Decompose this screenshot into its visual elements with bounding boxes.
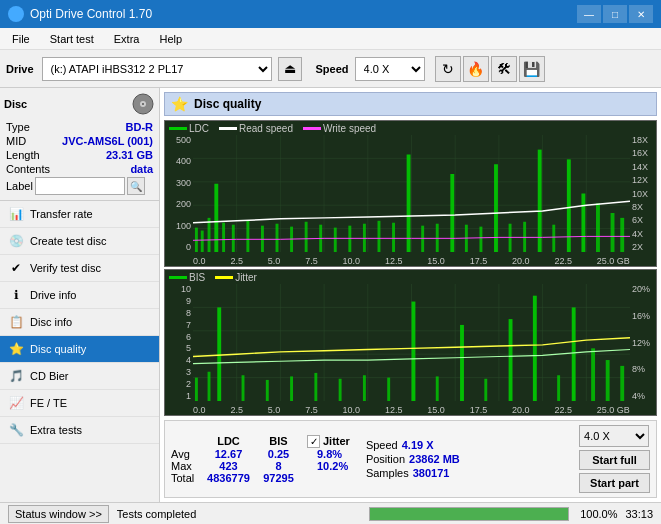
svg-rect-73	[436, 376, 439, 401]
close-button[interactable]: ✕	[629, 5, 653, 23]
svg-rect-48	[620, 218, 624, 252]
svg-rect-23	[261, 226, 264, 252]
svg-rect-65	[242, 375, 245, 401]
disc-info-label: Disc info	[30, 316, 72, 328]
panel-icon: ⭐	[171, 96, 188, 112]
stats-table: LDC BIS ✓ Jitter Avg 12.67 0.25 9.8%	[171, 435, 350, 484]
disc-quality-icon: ⭐	[8, 341, 24, 357]
chart1-y-right: 18X16X14X12X10X8X6X4X2X	[630, 135, 656, 252]
start-part-button[interactable]: Start part	[579, 473, 650, 493]
verify-test-disc-label: Verify test disc	[30, 262, 101, 274]
drive-select[interactable]: (k:) ATAPI iHBS312 2 PL17	[42, 57, 272, 81]
chart1-legend: LDC Read speed Write speed	[169, 123, 376, 134]
svg-rect-21	[232, 225, 235, 252]
sidebar-item-disc-info[interactable]: 📋 Disc info	[0, 309, 159, 336]
total-ldc: 4836779	[201, 472, 256, 484]
create-test-disc-label: Create test disc	[30, 235, 106, 247]
disc-quality-label: Disc quality	[30, 343, 86, 355]
total-bis: 97295	[256, 472, 301, 484]
menu-start-test[interactable]: Start test	[42, 31, 102, 47]
extra-tests-icon: 🔧	[8, 422, 24, 438]
sidebar-item-cd-bier[interactable]: 🎵 CD Bier	[0, 363, 159, 390]
svg-point-2	[142, 103, 144, 105]
speed-label-stat: Speed	[366, 439, 398, 451]
burn-button[interactable]: 🔥	[463, 56, 489, 82]
content-area: ⭐ Disc quality LDC Read speed Write spee…	[160, 88, 661, 502]
svg-rect-82	[620, 366, 624, 401]
status-window-button[interactable]: Status window >>	[8, 505, 109, 523]
avg-bis: 0.25	[256, 448, 301, 460]
settings-button[interactable]: 🛠	[491, 56, 517, 82]
nav-items: 📊 Transfer rate 💿 Create test disc ✔ Ver…	[0, 201, 159, 444]
drive-label: Drive	[6, 63, 34, 75]
label-input[interactable]	[35, 177, 125, 195]
eject-button[interactable]: ⏏	[278, 57, 302, 81]
length-label: Length	[6, 149, 40, 161]
maximize-button[interactable]: □	[603, 5, 627, 23]
svg-rect-66	[266, 380, 269, 401]
stats-bar: LDC BIS ✓ Jitter Avg 12.67 0.25 9.8%	[164, 420, 657, 498]
svg-rect-36	[450, 174, 454, 252]
svg-rect-78	[557, 375, 560, 401]
sidebar-item-fe-te[interactable]: 📈 FE / TE	[0, 390, 159, 417]
drive-info-label: Drive info	[30, 289, 76, 301]
sidebar-item-disc-quality[interactable]: ⭐ Disc quality	[0, 336, 159, 363]
disc-section: Disc Type BD-R MID JVC-AMS6L (001) Lengt…	[0, 88, 159, 201]
cd-bier-icon: 🎵	[8, 368, 24, 384]
chart1-svg	[193, 135, 630, 252]
svg-rect-75	[484, 379, 487, 401]
fe-te-icon: 📈	[8, 395, 24, 411]
sidebar-item-transfer-rate[interactable]: 📊 Transfer rate	[0, 201, 159, 228]
ldc-header: LDC	[201, 435, 256, 448]
svg-rect-31	[378, 221, 381, 252]
sidebar-item-create-test-disc[interactable]: 💿 Create test disc	[0, 228, 159, 255]
menu-file[interactable]: File	[4, 31, 38, 47]
speed-position-section: Speed 4.19 X Position 23862 MB Samples 3…	[366, 439, 460, 479]
jitter-checkbox[interactable]: ✓	[307, 435, 320, 448]
svg-rect-38	[479, 227, 482, 252]
sidebar-item-verify-test-disc[interactable]: ✔ Verify test disc	[0, 255, 159, 282]
svg-rect-63	[208, 372, 211, 401]
label-icon-button[interactable]: 🔍	[127, 177, 145, 195]
svg-rect-79	[572, 307, 576, 401]
test-controls: 4.0 X Start full Start part	[579, 425, 650, 493]
transfer-rate-label: Transfer rate	[30, 208, 93, 220]
type-value: BD-R	[126, 121, 154, 133]
svg-rect-70	[363, 375, 366, 401]
svg-rect-74	[460, 325, 464, 401]
menu-extra[interactable]: Extra	[106, 31, 148, 47]
minimize-button[interactable]: —	[577, 5, 601, 23]
mid-label: MID	[6, 135, 26, 147]
svg-rect-45	[581, 194, 585, 253]
svg-rect-26	[305, 222, 308, 252]
mid-value: JVC-AMS6L (001)	[62, 135, 153, 147]
svg-rect-71	[387, 378, 390, 401]
avg-ldc: 12.67	[201, 448, 256, 460]
svg-rect-77	[533, 296, 537, 401]
refresh-button[interactable]: ↻	[435, 56, 461, 82]
transfer-rate-icon: 📊	[8, 206, 24, 222]
test-speed-select[interactable]: 4.0 X	[579, 425, 649, 447]
speed-select[interactable]: 4.0 X	[355, 57, 425, 81]
chart2-svg	[193, 284, 630, 401]
menu-bar: File Start test Extra Help	[0, 28, 661, 50]
contents-label: Contents	[6, 163, 50, 175]
samples-label: Samples	[366, 467, 409, 479]
svg-rect-32	[392, 223, 395, 252]
sidebar-item-extra-tests[interactable]: 🔧 Extra tests	[0, 417, 159, 444]
cd-bier-label: CD Bier	[30, 370, 69, 382]
menu-help[interactable]: Help	[151, 31, 190, 47]
start-full-button[interactable]: Start full	[579, 450, 650, 470]
svg-rect-19	[214, 184, 218, 252]
avg-label: Avg	[171, 448, 201, 460]
svg-rect-39	[494, 164, 498, 252]
chart2-y-right: 20%16%12%8%4%	[630, 284, 656, 401]
save-button[interactable]: 💾	[519, 56, 545, 82]
progress-bar	[369, 507, 569, 521]
app-icon	[8, 6, 24, 22]
svg-rect-68	[314, 373, 317, 401]
svg-rect-33	[407, 155, 411, 253]
disc-info-icon: 📋	[8, 314, 24, 330]
drive-info-icon: ℹ	[8, 287, 24, 303]
sidebar-item-drive-info[interactable]: ℹ Drive info	[0, 282, 159, 309]
